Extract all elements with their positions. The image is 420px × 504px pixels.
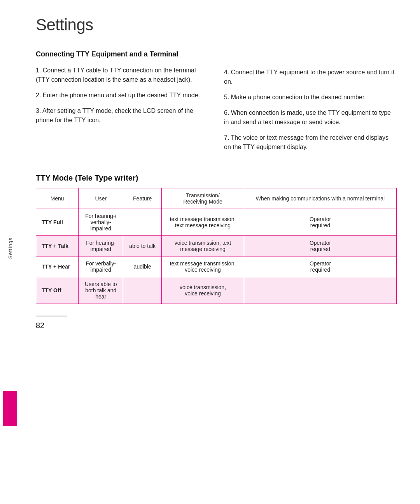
- page-title: Settings: [36, 16, 397, 34]
- cell-menu-1: TTY + Talk: [36, 236, 79, 256]
- col-user: User: [79, 188, 123, 209]
- cell-user-1: For hearing-impaired: [79, 236, 123, 256]
- cell-transmission-2: text message transmission,voice receivin…: [162, 256, 244, 277]
- cell-feature-3: [123, 277, 162, 304]
- table-row: TTY + Hear For verbally-impaired audible…: [36, 256, 397, 277]
- instructions-left: 1. Connect a TTY cable to TTY connection…: [36, 66, 208, 125]
- col-transmission: Transmission/Receiving Mode: [162, 188, 244, 209]
- main-content: Settings Connecting TTY Equipment and a …: [20, 0, 420, 504]
- sidebar-accent: [3, 391, 17, 426]
- cell-user-3: Users able toboth talk andhear: [79, 277, 123, 304]
- cell-menu-0: TTY Full: [36, 209, 79, 236]
- cell-feature-1: able to talk: [123, 236, 162, 256]
- col-menu: Menu: [36, 188, 79, 209]
- step-4: 4. Connect the TTY equipment to the powe…: [224, 68, 397, 86]
- cell-transmission-0: text message transmission,text message r…: [162, 209, 244, 236]
- bottom-divider: [36, 316, 67, 316]
- step-2: 2. Enter the phone menu and set up the d…: [36, 91, 208, 100]
- tty-mode-title: TTY Mode (Tele Type writer): [36, 174, 397, 183]
- cell-menu-3: TTY Off: [36, 277, 79, 304]
- cell-feature-0: [123, 209, 162, 236]
- cell-when-0: Operatorrequired: [244, 209, 397, 236]
- step-1: 1. Connect a TTY cable to TTY connection…: [36, 66, 208, 84]
- table-row: TTY Full For hearing-/verbally-impaired …: [36, 209, 397, 236]
- cell-when-2: Operatorrequired: [244, 256, 397, 277]
- instructions-right: 4. Connect the TTY equipment to the powe…: [224, 68, 397, 152]
- right-column: 4. Connect the TTY equipment to the powe…: [224, 50, 397, 158]
- step-7: 7. The voice or text message from the re…: [224, 133, 397, 152]
- table-row: TTY Off Users able toboth talk andhear v…: [36, 277, 397, 304]
- col-feature: Feature: [123, 188, 162, 209]
- left-column: Connecting TTY Equipment and a Terminal …: [36, 50, 208, 158]
- sidebar: Settings: [0, 0, 20, 504]
- cell-menu-2: TTY + Hear: [36, 256, 79, 277]
- col-when-making: When making communications with a normal…: [244, 188, 397, 209]
- step-3: 3. After setting a TTY mode, check the L…: [36, 106, 208, 125]
- section-heading: Connecting TTY Equipment and a Terminal: [36, 50, 208, 59]
- sidebar-label: Settings: [7, 237, 13, 259]
- cell-transmission-3: voice transmission,voice receiving: [162, 277, 244, 304]
- page-number: 82: [36, 321, 44, 330]
- step-6: 6. When connection is made, use the TTY …: [224, 108, 397, 127]
- cell-transmission-1: voice transmission, textmessage receivin…: [162, 236, 244, 256]
- step-5: 5. Make a phone connection to the desire…: [224, 93, 397, 102]
- cell-user-0: For hearing-/verbally-impaired: [79, 209, 123, 236]
- content-columns: Connecting TTY Equipment and a Terminal …: [36, 50, 397, 158]
- cell-when-3: [244, 277, 397, 304]
- cell-user-2: For verbally-impaired: [79, 256, 123, 277]
- cell-feature-2: audible: [123, 256, 162, 277]
- tty-table: Menu User Feature Transmission/Receiving…: [36, 188, 397, 304]
- table-row: TTY + Talk For hearing-impaired able to …: [36, 236, 397, 256]
- tty-mode-section: TTY Mode (Tele Type writer) Menu User Fe…: [36, 174, 397, 304]
- cell-when-1: Operatorrequired: [244, 236, 397, 256]
